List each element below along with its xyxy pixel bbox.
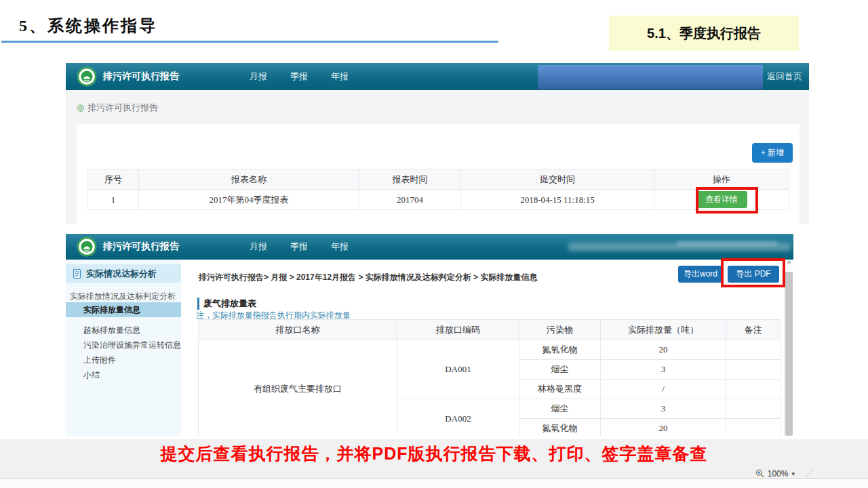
browser-zoom-control[interactable]: 100% ▾	[755, 468, 795, 479]
emission-header-row: 排放口名称 排放口编码 污染物 实际排放量（吨） 备注	[199, 320, 781, 340]
mee-logo-icon	[77, 237, 97, 257]
cell-pollutant: 氮氧化物	[519, 340, 601, 360]
col-actions: 操作	[654, 169, 789, 190]
cell-remark	[726, 419, 781, 436]
cell-seq: 1	[88, 190, 139, 210]
app-window-report-detail: 排污许可执行报告 月报 季报 年报 实际情况达标分析 实际排放情况及达标判定分析	[66, 234, 793, 436]
browser-status-bar: 100% ▾ ⋰	[0, 468, 868, 479]
cell-amount: 3	[601, 399, 726, 419]
app1-brand-title: 排污许可执行报告	[103, 70, 179, 83]
col-submit-time: 提交时间	[461, 169, 654, 190]
zoom-level-value: 100%	[768, 469, 789, 479]
col-outlet-code: 排放口编码	[397, 320, 519, 340]
caret-down-icon: ▾	[791, 470, 795, 477]
cell-remark	[726, 340, 781, 360]
slide-title: 5、系统操作指导	[19, 15, 157, 37]
col-report-name: 报表名称	[139, 169, 359, 190]
cell-remark	[726, 399, 781, 419]
section-title-waste-gas: 废气排放量表	[197, 298, 256, 310]
sidebar-section-analysis[interactable]: 实际情况达标分析	[66, 264, 181, 283]
app1-header: 排污许可执行报告 月报 季报 年报 返回首页	[66, 63, 809, 90]
caption-band: 提交后查看执行报告，并将PDF版执行报告下载、打印、签字盖章备查	[0, 439, 868, 468]
export-word-button[interactable]: 导出word	[678, 266, 723, 283]
sidebar-group-label[interactable]: 实际排放情况及达标判定分析	[70, 291, 176, 302]
cell-report-period: 201704	[359, 190, 461, 210]
cell-amount: 3	[601, 360, 726, 380]
app1-content-panel: + 新增 序号 报表名称 报表时间 提交时间 操作 1 2017年第04季度报表…	[77, 124, 800, 224]
app2-breadcrumb: 排污许可执行报告> 月报 > 2017年12月报告 > 实际排放情况及达标判定分…	[199, 272, 537, 283]
table-header-row: 序号 报表名称 报表时间 提交时间 操作	[88, 169, 789, 190]
nav-annual-report[interactable]: 年报	[331, 241, 349, 253]
emission-table: 排放口名称 排放口编码 污染物 实际排放量（吨） 备注 有组织废气主要排放口 D…	[198, 319, 781, 436]
app2-nav: 月报 季报 年报	[250, 234, 349, 260]
back-to-home-link[interactable]: 返回首页	[767, 63, 802, 90]
scrollbar-thumb[interactable]	[785, 272, 793, 436]
cell-remark	[726, 360, 781, 380]
nav-quarterly-report[interactable]: 季报	[290, 241, 308, 253]
sidebar-item-summary[interactable]: 小结	[66, 369, 181, 381]
add-new-button[interactable]: + 新增	[752, 143, 793, 163]
nav-quarterly-report[interactable]: 季报	[290, 70, 308, 83]
redacted-company-name-box	[538, 65, 763, 89]
cell-amount: 20	[601, 419, 726, 436]
col-actual-emission: 实际排放量（吨）	[601, 320, 726, 340]
emission-row: 有组织废气主要排放口 DA001 氮氧化物 20	[199, 340, 781, 360]
highlight-box-export-pdf	[721, 258, 785, 287]
cell-pollutant: 林格曼黑度	[519, 380, 601, 399]
cell-remark	[726, 380, 781, 399]
location-pin-icon: ◎	[77, 102, 84, 113]
sidebar-item-excess-emission[interactable]: 超标排放量信息	[66, 325, 181, 336]
cell-report-name: 2017年第04季度报表	[139, 190, 359, 210]
sidebar-section-label: 实际情况达标分析	[86, 268, 157, 280]
col-seq: 序号	[88, 169, 139, 190]
title-underline	[1, 41, 498, 43]
app1-breadcrumb: ◎排污许可执行报告	[77, 102, 158, 114]
status-bar-lower-strip	[0, 480, 868, 488]
app2-header: 排污许可执行报告 月报 季报 年报	[66, 234, 793, 260]
nav-annual-report[interactable]: 年报	[331, 70, 349, 83]
section-badge: 5.1、季度执行报告	[609, 16, 799, 51]
cell-outlet-code-da001: DA001	[397, 340, 519, 399]
col-pollutant: 污染物	[519, 320, 601, 340]
blurred-company-name-2	[676, 241, 778, 246]
sidebar-item-abnormal-operation[interactable]: 污染治理设施异常运转信息	[66, 340, 181, 351]
app1-breadcrumb-label: 排污许可执行报告	[87, 102, 158, 113]
slide: 5、系统操作指导 5.1、季度执行报告 排污许可执行报告 月报 季报 年报 返回…	[0, 0, 868, 488]
cell-outlet-name: 有组织废气主要排放口	[199, 340, 397, 436]
col-remark: 备注	[726, 320, 781, 340]
cell-pollutant: 烟尘	[519, 399, 601, 419]
sidebar-item-upload-attachment[interactable]: 上传附件	[66, 354, 181, 366]
app1-nav: 月报 季报 年报	[250, 63, 349, 90]
app2-content: 排污许可执行报告> 月报 > 2017年12月报告 > 实际排放情况及达标判定分…	[181, 260, 784, 436]
sidebar-item-actual-emission[interactable]: 实际排放量信息	[66, 302, 181, 317]
cell-outlet-code-da002: DA002	[397, 399, 519, 436]
cell-amount: 20	[601, 340, 726, 360]
cell-amount: /	[601, 380, 726, 399]
zoom-magnifier-icon	[755, 469, 764, 478]
mee-logo-icon	[77, 66, 97, 87]
report-list-table: 序号 报表名称 报表时间 提交时间 操作 1 2017年第04季度报表 2017…	[87, 169, 789, 210]
caption-text: 提交后查看执行报告，并将PDF版执行报告下载、打印、签字盖章备查	[161, 443, 708, 465]
cell-submit-time: 2018-04-15 11:18:15	[461, 190, 654, 210]
highlight-box-view-details	[696, 187, 758, 214]
sidebar: 实际情况达标分析 实际排放情况及达标判定分析 实际排放量信息 超标排放量信息 污…	[66, 260, 181, 436]
nav-monthly-report[interactable]: 月报	[250, 70, 267, 83]
chevron-up-icon[interactable]: ^	[785, 260, 793, 268]
cell-pollutant: 氮氧化物	[519, 419, 601, 436]
document-icon	[73, 269, 82, 279]
col-report-period: 报表时间	[359, 169, 461, 190]
resize-grip-icon: ⋰	[806, 469, 814, 478]
table-row: 1 2017年第04季度报表 201704 2018-04-15 11:18:1…	[88, 190, 789, 210]
app2-brand-title: 排污许可执行报告	[103, 241, 179, 253]
vertical-scrollbar[interactable]: ^	[784, 260, 793, 436]
col-outlet-name: 排放口名称	[199, 320, 397, 340]
cell-pollutant: 烟尘	[519, 360, 601, 380]
nav-monthly-report[interactable]: 月报	[250, 241, 267, 253]
